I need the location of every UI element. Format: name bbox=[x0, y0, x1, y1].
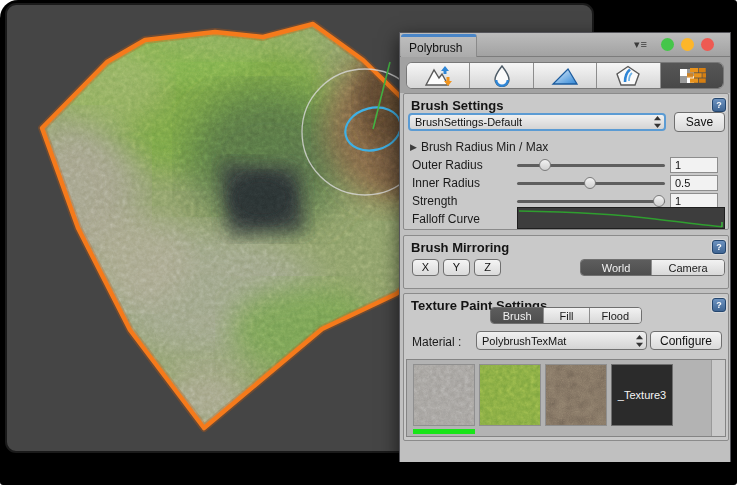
mode-flood-button[interactable]: Flood bbox=[590, 308, 641, 323]
updown-arrows-icon bbox=[650, 115, 664, 129]
mode-toolbar bbox=[406, 62, 724, 89]
strength-slider[interactable] bbox=[517, 200, 665, 203]
falloff-curve-label: Falloff Curve bbox=[412, 212, 480, 226]
brush-mirroring-header: Brush Mirroring bbox=[411, 240, 509, 255]
inner-radius-label: Inner Radius bbox=[412, 176, 480, 190]
inner-radius-knob[interactable] bbox=[584, 177, 596, 189]
outer-radius-label: Outer Radius bbox=[412, 158, 483, 172]
configure-button[interactable]: Configure bbox=[650, 331, 722, 350]
traffic-light-yellow-icon[interactable] bbox=[681, 38, 694, 51]
traffic-light-green-icon[interactable] bbox=[661, 38, 674, 51]
polybrush-window: Polybrush ▾≡ bbox=[399, 32, 731, 462]
tool-smooth-button[interactable] bbox=[470, 63, 533, 88]
brush-settings-panel: Brush Settings ? BrushSettings-Default S… bbox=[403, 93, 729, 230]
sculpt-icon bbox=[423, 65, 453, 87]
tab-polybrush[interactable]: Polybrush bbox=[401, 34, 477, 57]
foldout-label: Brush Radius Min / Max bbox=[421, 140, 548, 154]
help-icon[interactable]: ? bbox=[712, 298, 726, 312]
outer-radius-knob[interactable] bbox=[539, 159, 551, 171]
screenshot-canvas: Polybrush ▾≡ bbox=[0, 0, 737, 485]
tool-paint-texture-button[interactable] bbox=[661, 63, 723, 88]
swatch-texture3[interactable]: _Texture3 bbox=[611, 364, 673, 426]
swatch-dirt-texture[interactable] bbox=[545, 364, 607, 426]
space-camera-button[interactable]: Camera bbox=[652, 260, 724, 275]
paint-texture-icon bbox=[678, 65, 706, 87]
swatch-concrete-texture[interactable] bbox=[413, 364, 475, 426]
paint-mode-toggle: Brush Fill Flood bbox=[490, 307, 642, 324]
help-icon[interactable]: ? bbox=[712, 98, 726, 112]
save-button[interactable]: Save bbox=[674, 112, 725, 132]
mirror-x-button[interactable]: X bbox=[412, 259, 439, 276]
prefab-scatter-icon bbox=[615, 65, 641, 87]
falloff-curve-field[interactable] bbox=[517, 207, 725, 229]
brush-radius-foldout[interactable]: ▶Brush Radius Min / Max bbox=[410, 140, 548, 154]
smooth-icon bbox=[493, 65, 511, 87]
mode-brush-button[interactable]: Brush bbox=[491, 308, 544, 323]
mirror-y-button[interactable]: Y bbox=[443, 259, 470, 276]
texture-paint-panel: Texture Paint Settings ? Brush Fill Floo… bbox=[403, 293, 729, 441]
foldout-arrow-icon: ▶ bbox=[410, 142, 417, 152]
mode-fill-button[interactable]: Fill bbox=[544, 308, 589, 323]
brush-settings-header: Brush Settings bbox=[411, 98, 503, 113]
palette-scrollbar[interactable] bbox=[711, 360, 725, 436]
traffic-light-red-icon[interactable] bbox=[701, 38, 714, 51]
falloff-curve bbox=[518, 208, 724, 228]
space-world-button[interactable]: World bbox=[581, 260, 652, 275]
tool-prefab-scatter-button[interactable] bbox=[597, 63, 660, 88]
tool-paint-color-button[interactable] bbox=[534, 63, 597, 88]
mirror-z-button[interactable]: Z bbox=[474, 259, 501, 276]
brush-preset-dropdown[interactable]: BrushSettings-Default bbox=[408, 113, 666, 131]
window-content: Brush Settings ? BrushSettings-Default S… bbox=[400, 57, 730, 462]
swatch-grass-texture[interactable] bbox=[479, 364, 541, 426]
help-icon[interactable]: ? bbox=[712, 240, 726, 254]
mirror-space-toggle: World Camera bbox=[580, 259, 725, 276]
brush-preset-value: BrushSettings-Default bbox=[410, 116, 650, 128]
brush-mirroring-panel: Brush Mirroring ? X Y Z World Camera bbox=[403, 235, 729, 289]
updown-arrows-icon bbox=[632, 334, 646, 348]
window-titlebar[interactable]: Polybrush ▾≡ bbox=[400, 33, 730, 57]
strength-knob[interactable] bbox=[653, 195, 665, 207]
inner-radius-value[interactable]: 0.5 bbox=[670, 175, 718, 191]
texture-palette: _Texture3 bbox=[406, 359, 726, 437]
material-label: Material : bbox=[412, 335, 461, 349]
strength-label: Strength bbox=[412, 194, 457, 208]
outer-radius-value[interactable]: 1 bbox=[670, 157, 718, 173]
material-value: PolybrushTexMat bbox=[477, 335, 632, 347]
paint-color-icon bbox=[551, 66, 579, 86]
tool-sculpt-button[interactable] bbox=[407, 63, 470, 88]
pane-menu-icon[interactable]: ▾≡ bbox=[634, 38, 648, 51]
selected-texture-bar bbox=[413, 429, 475, 434]
material-dropdown[interactable]: PolybrushTexMat bbox=[476, 331, 647, 350]
